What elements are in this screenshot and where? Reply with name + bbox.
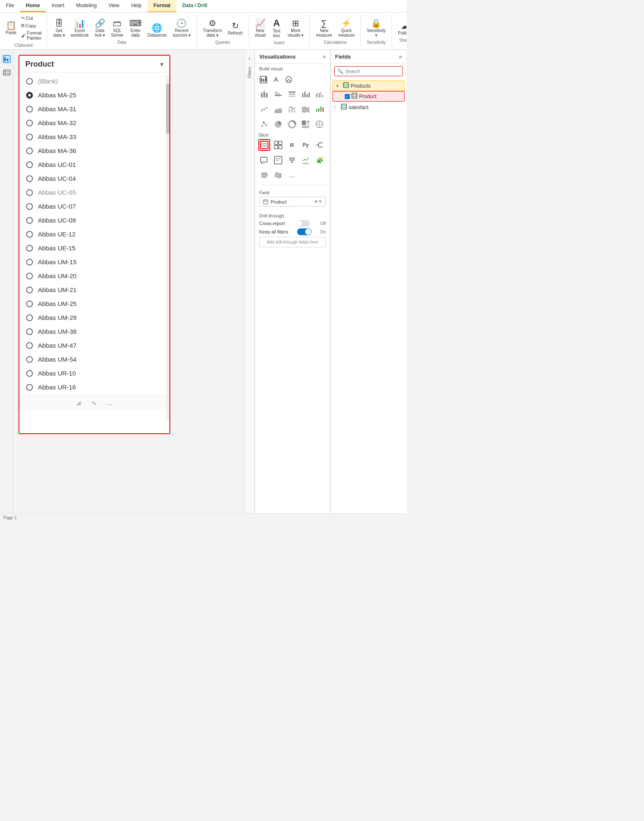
tab-format[interactable]: Format bbox=[148, 0, 177, 12]
copy-button[interactable]: ⧉ Copy bbox=[19, 22, 43, 29]
slicer-item-10[interactable]: Abbas UC-08 bbox=[19, 213, 169, 227]
slicer-item-5[interactable]: Abbas MA-36 bbox=[19, 144, 169, 158]
field-chevron-icon[interactable]: ▾ bbox=[315, 199, 317, 204]
viz-waterfall[interactable] bbox=[314, 103, 325, 115]
keep-filters-toggle[interactable] bbox=[297, 228, 311, 235]
viz-custom[interactable]: 🧩 bbox=[314, 154, 325, 166]
viz-tab-icon-1[interactable] bbox=[258, 74, 269, 86]
slicer-item-20[interactable]: Abbas UM-54 bbox=[19, 352, 169, 366]
salesfact-expand-icon[interactable]: › bbox=[334, 105, 339, 110]
viz-map[interactable] bbox=[314, 118, 325, 130]
tab-help[interactable]: Help bbox=[125, 0, 148, 12]
viz-trophy[interactable] bbox=[286, 154, 298, 166]
sidebar-report-icon[interactable] bbox=[1, 53, 13, 65]
viz-tab-icon-2[interactable] bbox=[270, 74, 282, 86]
viz-r-visual[interactable]: R bbox=[286, 139, 298, 151]
viz-decomp-tree[interactable] bbox=[314, 139, 325, 151]
slicer-item-22[interactable]: Abbas UR-16 bbox=[19, 380, 169, 394]
slicer-item-6[interactable]: Abbas UC-01 bbox=[19, 158, 169, 172]
viz-shape-map[interactable] bbox=[258, 169, 270, 181]
slicer-chevron-icon[interactable]: ▾ bbox=[160, 60, 164, 68]
slicer-item-17[interactable]: Abbas UM-29 bbox=[19, 311, 169, 325]
paste-button[interactable]: 📋 Paste bbox=[3, 14, 19, 41]
slicer-item-16[interactable]: Abbas UM-25 bbox=[19, 297, 169, 311]
viz-tab-icon-3[interactable] bbox=[283, 74, 295, 86]
viz-more-icon[interactable]: … bbox=[286, 169, 298, 181]
recent-sources-button[interactable]: 🕒 Recentsources ▾ bbox=[170, 17, 193, 39]
products-expand-icon[interactable]: ▾ bbox=[336, 83, 341, 88]
slicer-item-19[interactable]: Abbas UM-47 bbox=[19, 338, 169, 352]
viz-slicer-tile[interactable] bbox=[272, 139, 284, 151]
viz-clustered-column[interactable] bbox=[314, 88, 325, 100]
viz-slicer-list[interactable] bbox=[258, 139, 270, 151]
refresh-button[interactable]: ↻ Refresh bbox=[225, 17, 245, 39]
viz-bar-chart[interactable] bbox=[258, 88, 270, 100]
product-checkbox[interactable] bbox=[345, 94, 350, 99]
slicer-item-18[interactable]: Abbas UM-38 bbox=[19, 325, 169, 338]
cross-report-toggle[interactable] bbox=[295, 220, 310, 227]
slicer-item-1[interactable]: Abbas MA-25 bbox=[19, 88, 169, 102]
scrollbar-thumb[interactable] bbox=[166, 83, 169, 134]
slicer-filter-icon[interactable]: ⊿ bbox=[75, 399, 83, 407]
viz-ribbon-chart[interactable] bbox=[300, 103, 311, 115]
cut-button[interactable]: ✂ Cut bbox=[19, 14, 43, 21]
slicer-item-15[interactable]: Abbas UM-21 bbox=[19, 283, 169, 297]
slicer-item-9[interactable]: Abbas UC-07 bbox=[19, 199, 169, 213]
viz-pie[interactable] bbox=[272, 118, 284, 130]
viz-donut[interactable] bbox=[286, 118, 298, 130]
tab-modeling[interactable]: Modeling bbox=[70, 0, 103, 12]
excel-workbook-button[interactable]: 📊 Excelworkbook bbox=[68, 17, 91, 39]
field-remove-icon[interactable]: ✕ bbox=[318, 199, 322, 204]
viz-area-chart[interactable] bbox=[272, 103, 284, 115]
data-hub-button[interactable]: 🔗 Datahub ▾ bbox=[92, 17, 108, 39]
viz-py-visual[interactable]: Py bbox=[300, 139, 311, 151]
slicer-item-13[interactable]: Abbas UM-15 bbox=[19, 255, 169, 269]
more-visuals-button[interactable]: ⊞ Morevisuals ▾ bbox=[285, 17, 306, 40]
slicer-more-icon[interactable]: … bbox=[105, 399, 114, 407]
tree-item-product[interactable]: Product bbox=[333, 91, 405, 102]
tab-insert[interactable]: Insert bbox=[46, 0, 70, 12]
slicer-item-3[interactable]: Abbas MA-32 bbox=[19, 116, 169, 130]
sql-server-button[interactable]: 🗃 SQLServer bbox=[109, 17, 126, 39]
slicer-item-12[interactable]: Abbas UE-15 bbox=[19, 241, 169, 255]
new-measure-button[interactable]: ∑ Newmeasure bbox=[313, 17, 335, 39]
fields-search-box[interactable]: 🔍 bbox=[334, 66, 403, 76]
fields-search-input[interactable] bbox=[345, 69, 400, 74]
slicer-item-2[interactable]: Abbas MA-31 bbox=[19, 102, 169, 116]
filters-collapse-icon[interactable]: ‹ bbox=[247, 53, 252, 63]
viz-smart-narrative[interactable] bbox=[272, 154, 284, 166]
viz-filled-map[interactable] bbox=[272, 169, 284, 181]
slicer-item-4[interactable]: Abbas MA-33 bbox=[19, 130, 169, 144]
viz-column-chart[interactable] bbox=[300, 88, 311, 100]
viz-panel-expand-icon[interactable]: » bbox=[322, 53, 326, 60]
dataverse-button[interactable]: 🌐 Dataverse bbox=[145, 22, 169, 39]
add-drill-area[interactable]: Add drill-through fields here bbox=[259, 237, 326, 247]
slicer-resize-icon[interactable]: ⤡ bbox=[90, 399, 98, 407]
tree-item-products[interactable]: ▾ Products bbox=[333, 80, 405, 91]
enter-data-button[interactable]: ⌨ Enterdata bbox=[127, 17, 144, 39]
viz-stacked-bar[interactable] bbox=[272, 88, 284, 100]
viz-treemap[interactable] bbox=[300, 118, 311, 130]
slicer-item-14[interactable]: Abbas UM-20 bbox=[19, 269, 169, 283]
text-box-button[interactable]: A Textbox bbox=[269, 17, 284, 40]
viz-100-bar[interactable] bbox=[286, 88, 298, 100]
viz-speech-bubble[interactable] bbox=[258, 154, 270, 166]
tab-file[interactable]: File bbox=[0, 0, 20, 12]
fields-panel-expand-icon[interactable]: » bbox=[399, 53, 402, 60]
new-visual-button[interactable]: 📈 Newvisual bbox=[252, 17, 268, 40]
quick-measure-button[interactable]: ⚡ Quickmeasure bbox=[335, 17, 357, 39]
slicer-item-8[interactable]: Abbas UC-05 bbox=[19, 185, 169, 199]
tab-view[interactable]: View bbox=[102, 0, 125, 12]
format-painter-button[interactable]: 🖌 Format Painter bbox=[19, 30, 43, 41]
slicer-item-11[interactable]: Abbas UE-12 bbox=[19, 227, 169, 241]
slicer-item-21[interactable]: Abbas UR-10 bbox=[19, 366, 169, 380]
viz-line-chart[interactable] bbox=[258, 103, 270, 115]
slicer-item-7[interactable]: Abbas UC-04 bbox=[19, 172, 169, 185]
viz-kpi[interactable] bbox=[300, 154, 311, 166]
get-data-button[interactable]: 🗄 Getdata ▾ bbox=[51, 17, 67, 39]
tree-item-salesfact[interactable]: › salesfact bbox=[331, 102, 406, 112]
sensitivity-button[interactable]: 🔒 Sensitivity▾ bbox=[364, 17, 388, 39]
transform-data-button[interactable]: ⚙ Transformdata ▾ bbox=[200, 17, 224, 39]
publish-button[interactable]: ☁ Publish bbox=[395, 20, 406, 37]
tab-data-drill[interactable]: Data / Drill bbox=[177, 0, 213, 12]
